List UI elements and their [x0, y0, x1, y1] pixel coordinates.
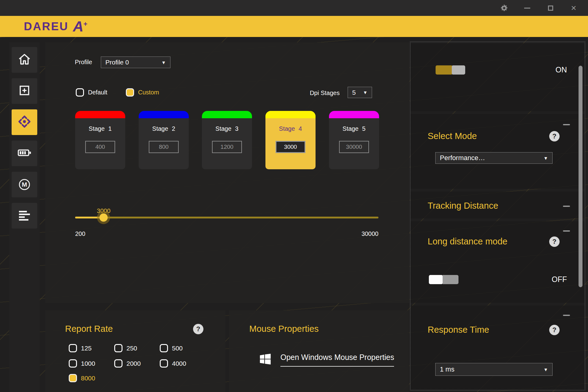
power-toggle[interactable]	[436, 65, 465, 75]
report-rate-panel: Report Rate ? 125 250 500 1000 2000 4000	[45, 310, 225, 392]
dpi-slider-track[interactable]: 3000	[75, 217, 378, 218]
toggle-track	[436, 65, 452, 75]
brand-logo-mark: A+	[73, 20, 88, 33]
brand-logo-text: DAREU	[24, 20, 69, 33]
settings-button[interactable]	[499, 3, 509, 13]
mouse-properties-panel: Mouse Properties Open Windows Mouse Prop…	[229, 310, 409, 392]
radio-icon	[69, 344, 77, 352]
gear-icon	[500, 4, 508, 12]
long-distance-help-button[interactable]: ?	[549, 236, 560, 247]
home-icon	[17, 52, 31, 68]
radio-icon	[114, 359, 122, 368]
dpi-stages-value: 5	[352, 89, 356, 96]
default-checkbox-icon	[76, 88, 84, 97]
tracking-distance-title: Tracking Distance	[428, 201, 498, 211]
open-windows-mouse-properties-link[interactable]: Open Windows Mouse Properties	[258, 352, 394, 368]
close-icon: ×	[571, 3, 576, 13]
long-distance-toggle[interactable]	[429, 275, 458, 284]
report-rate-help-button[interactable]: ?	[193, 324, 203, 334]
report-rate-option-1000[interactable]: 1000	[69, 359, 95, 368]
radio-icon	[160, 359, 168, 368]
stage-dpi-input[interactable]	[85, 141, 115, 153]
report-rate-option-2000[interactable]: 2000	[114, 359, 141, 368]
sidebar-item-battery[interactable]	[12, 141, 37, 166]
response-time-title: Response Time	[428, 325, 489, 335]
select-mode-help-button[interactable]: ?	[549, 131, 560, 141]
report-rate-option-250[interactable]: 250	[114, 344, 137, 352]
titlebar: ×	[0, 0, 588, 16]
radio-icon	[114, 344, 122, 352]
profile-dropdown-value: Profile 0	[105, 59, 129, 66]
stage-dpi-input[interactable]	[276, 141, 305, 153]
stage-title: Stage4	[265, 125, 316, 132]
response-time-section: Response Time ? 1 ms ▼	[411, 306, 585, 390]
radio-icon	[69, 359, 77, 368]
stage-card-2[interactable]: Stage2	[139, 111, 189, 169]
power-section: ON	[411, 43, 585, 111]
dpi-stages-dropdown[interactable]: 5 ▼	[348, 87, 372, 98]
profile-dropdown[interactable]: Profile 0 ▼	[101, 57, 170, 68]
collapse-dash-icon[interactable]	[563, 315, 570, 316]
report-rate-option-500[interactable]: 500	[160, 344, 183, 352]
question-icon: ?	[196, 325, 200, 333]
windows-logo-icon	[258, 352, 272, 368]
sidebar-item-macro[interactable]: M	[12, 172, 37, 197]
dpi-slider-handle[interactable]	[100, 214, 108, 222]
chevron-down-icon: ▼	[543, 367, 548, 372]
minimize-icon	[524, 8, 530, 9]
sidebar: M	[9, 42, 40, 392]
report-rate-option-8000-selected[interactable]: 8000	[69, 374, 95, 382]
close-button[interactable]: ×	[569, 3, 578, 13]
maximize-button[interactable]	[546, 3, 555, 13]
report-rate-title: Report Rate	[65, 324, 113, 334]
collapse-dash-icon[interactable]	[563, 230, 570, 232]
add-square-icon	[18, 84, 31, 98]
custom-radio[interactable]: Custom	[126, 88, 159, 97]
sensor-settings-panel: ON Select Mode ? Performance… ▼ Tracking…	[410, 42, 585, 390]
battery-icon	[17, 145, 32, 161]
select-mode-value: Performance…	[440, 154, 485, 162]
stage-card-4-selected[interactable]: Stage4	[265, 111, 316, 169]
stage-dpi-input[interactable]	[339, 141, 369, 153]
report-rate-option-125[interactable]: 125	[69, 344, 92, 352]
dpi-stages-label: Dpi Stages	[310, 90, 340, 97]
stage-card-3[interactable]: Stage3	[202, 111, 252, 169]
scrollbar-thumb[interactable]	[579, 66, 583, 287]
chevron-down-icon: ▼	[543, 156, 548, 161]
question-icon: ?	[552, 326, 556, 334]
toggle-track	[443, 275, 458, 284]
report-rate-option-4000[interactable]: 4000	[160, 359, 186, 368]
brand-header: DAREU A+	[0, 16, 588, 37]
select-mode-section: Select Mode ? Performance… ▼	[411, 114, 585, 189]
chevron-down-icon: ▼	[363, 90, 367, 95]
dpi-settings-panel: Profile Profile 0 ▼ Default Custom Dpi S…	[45, 42, 409, 303]
sidebar-item-key-assignment[interactable]	[12, 78, 37, 104]
response-time-dropdown[interactable]: 1 ms ▼	[435, 363, 553, 376]
sidebar-item-log[interactable]	[12, 203, 37, 229]
sidebar-item-dpi[interactable]	[12, 109, 37, 135]
long-distance-state-label: OFF	[552, 275, 567, 284]
default-radio[interactable]: Default	[76, 88, 107, 97]
question-icon: ?	[552, 132, 556, 140]
stage-dpi-input[interactable]	[212, 141, 242, 153]
response-time-help-button[interactable]: ?	[549, 325, 560, 335]
mouse-properties-title: Mouse Properties	[249, 324, 319, 334]
dpi-slider-min: 200	[75, 230, 85, 237]
collapse-dash-icon[interactable]	[563, 124, 570, 125]
power-state-label: ON	[556, 65, 567, 74]
stage-card-1[interactable]: Stage1	[75, 111, 125, 169]
stage-title: Stage3	[202, 125, 252, 132]
stage-dpi-input[interactable]	[149, 141, 179, 153]
select-mode-dropdown[interactable]: Performance… ▼	[435, 152, 553, 164]
stage-color-bar	[75, 111, 125, 118]
stage-title: Stage5	[329, 125, 379, 132]
stage-color-bar	[329, 111, 379, 118]
stage-card-5[interactable]: Stage5	[329, 111, 379, 169]
toggle-knob	[429, 275, 443, 284]
minimize-button[interactable]	[523, 3, 532, 13]
collapse-dash-icon[interactable]	[563, 206, 570, 207]
app-window: × DAREU A+ M	[0, 0, 588, 392]
stage-color-bar	[265, 111, 316, 118]
sidebar-item-home[interactable]	[12, 47, 37, 73]
question-icon: ?	[552, 238, 556, 246]
